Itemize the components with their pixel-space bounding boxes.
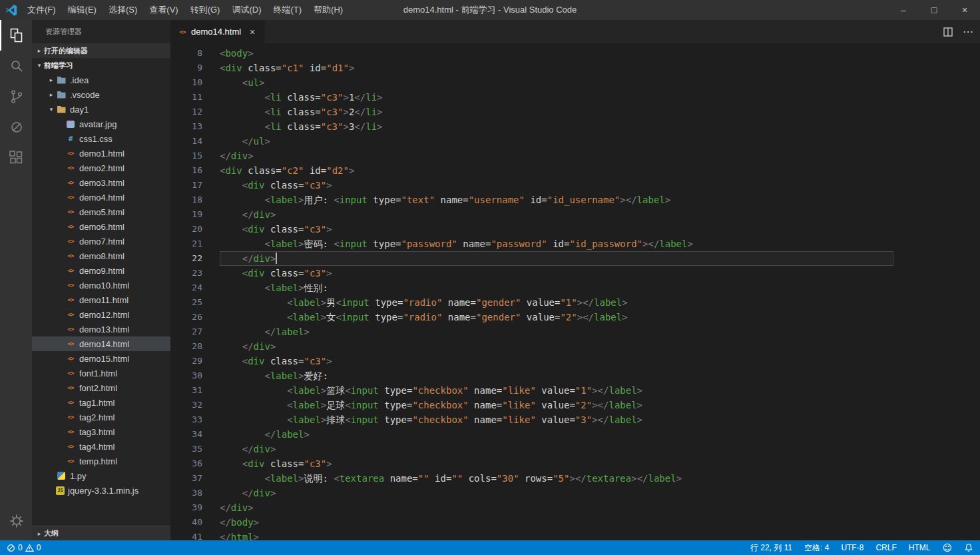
code-line-38[interactable]: 38 </div>: [170, 486, 893, 500]
feedback-smiley-icon[interactable]: ☺: [942, 542, 952, 553]
line-number[interactable]: 34: [170, 427, 220, 442]
code-line-28[interactable]: 28 </div>: [170, 339, 893, 354]
extensions-icon[interactable]: [0, 143, 32, 173]
line-number[interactable]: 33: [170, 412, 220, 427]
menu-item[interactable]: 帮助(H): [308, 0, 349, 20]
line-number[interactable]: 16: [170, 163, 220, 178]
file-item-demo14.html[interactable]: <>demo14.html: [32, 336, 170, 351]
folder-item-.vscode[interactable]: ▸.vscode: [32, 87, 170, 102]
file-item-font2.html[interactable]: <>font2.html: [32, 380, 170, 395]
code-line-25[interactable]: 25 <label>男<input type="radio" name="gen…: [170, 295, 893, 310]
encoding[interactable]: UTF-8: [841, 542, 863, 554]
overview-ruler[interactable]: [971, 43, 980, 540]
file-item-tag4.html[interactable]: <>tag4.html: [32, 439, 170, 454]
file-item-jquery-3.3.1.min.js[interactable]: JSjquery-3.3.1.min.js: [32, 483, 170, 498]
tab-close-icon[interactable]: ×: [246, 27, 258, 37]
file-item-css1.css[interactable]: #css1.css: [32, 131, 170, 146]
line-number[interactable]: 23: [170, 266, 220, 280]
file-item-demo12.html[interactable]: <>demo12.html: [32, 307, 170, 322]
line-number[interactable]: 14: [170, 134, 220, 149]
menu-item[interactable]: 编辑(E): [62, 0, 103, 20]
line-number[interactable]: 11: [170, 90, 220, 105]
more-actions-icon[interactable]: ⋯: [963, 25, 973, 38]
code-line-27[interactable]: 27 </label>: [170, 324, 893, 339]
line-text[interactable]: </label>: [220, 427, 893, 442]
line-text[interactable]: </html>: [220, 530, 893, 540]
menu-item[interactable]: 查看(V): [143, 0, 184, 20]
line-text[interactable]: <div class="c3">: [220, 456, 893, 471]
line-text[interactable]: </ul>: [220, 134, 893, 149]
line-number[interactable]: 12: [170, 105, 220, 119]
line-number[interactable]: 26: [170, 310, 220, 324]
line-number[interactable]: 15: [170, 149, 220, 163]
code-line-20[interactable]: 20 <div class="c3">: [170, 222, 893, 237]
code-line-37[interactable]: 37 <label>说明: <textarea name="" id="" co…: [170, 471, 893, 486]
line-text[interactable]: <label>性别:: [220, 280, 893, 295]
line-number[interactable]: 31: [170, 383, 220, 398]
line-text[interactable]: <label>爱好:: [220, 368, 893, 383]
line-text[interactable]: <div class="c3">: [220, 266, 893, 280]
search-icon[interactable]: [0, 51, 32, 81]
line-text[interactable]: </label>: [220, 324, 893, 339]
line-number[interactable]: 21: [170, 237, 220, 251]
menu-item[interactable]: 文件(F): [21, 0, 62, 20]
menu-item[interactable]: 转到(G): [184, 0, 226, 20]
file-item-demo10.html[interactable]: <>demo10.html: [32, 278, 170, 292]
line-text[interactable]: <label>男<input type="radio" name="gender…: [220, 295, 893, 310]
file-item-tag3.html[interactable]: <>tag3.html: [32, 424, 170, 439]
menu-item[interactable]: 终端(T): [267, 0, 308, 20]
line-text[interactable]: </div>: [220, 486, 893, 500]
folder-item-day1[interactable]: ▾day1: [32, 102, 170, 117]
problems-indicator[interactable]: 0 0: [7, 543, 41, 552]
line-text[interactable]: <li class="c3">3</li>: [220, 119, 893, 134]
line-text[interactable]: </div>: [220, 442, 893, 456]
open-editors-section-header[interactable]: ▸ 打开的编辑器: [32, 43, 170, 58]
line-text[interactable]: <div class="c2" id="d2">: [220, 163, 893, 178]
code-line-35[interactable]: 35 </div>: [170, 442, 893, 456]
code-line-10[interactable]: 10 <ul>: [170, 75, 893, 90]
code-line-41[interactable]: 41</html>: [170, 530, 893, 540]
code-line-40[interactable]: 40</body>: [170, 515, 893, 530]
line-text[interactable]: <label>说明: <textarea name="" id="" cols=…: [220, 471, 893, 486]
line-text[interactable]: <li class="c3">1</li>: [220, 90, 893, 105]
file-item-demo13.html[interactable]: <>demo13.html: [32, 322, 170, 336]
line-text[interactable]: <label>篮球<input type="checkbox" name="li…: [220, 383, 893, 398]
line-number[interactable]: 36: [170, 456, 220, 471]
code-line-34[interactable]: 34 </label>: [170, 427, 893, 442]
eol-sequence[interactable]: CRLF: [875, 542, 896, 554]
line-number[interactable]: 20: [170, 222, 220, 237]
file-item-demo7.html[interactable]: <>demo7.html: [32, 234, 170, 249]
code-line-14[interactable]: 14 </ul>: [170, 134, 893, 149]
line-number[interactable]: 22: [170, 251, 220, 266]
code-line-12[interactable]: 12 <li class="c3">2</li>: [170, 105, 893, 119]
settings-gear-icon[interactable]: [0, 506, 32, 536]
line-number[interactable]: 39: [170, 500, 220, 515]
line-text[interactable]: <label>足球<input type="checkbox" name="li…: [220, 398, 893, 412]
line-text[interactable]: <label>女<input type="radio" name="gender…: [220, 310, 893, 324]
minimap[interactable]: [900, 46, 969, 117]
file-item-tag2.html[interactable]: <>tag2.html: [32, 410, 170, 424]
line-text[interactable]: <label>密码: <input type="password" name="…: [220, 237, 893, 251]
line-number[interactable]: 38: [170, 486, 220, 500]
code-line-9[interactable]: 9<div class="c1" id="d1">: [170, 61, 893, 75]
code-line-39[interactable]: 39</div>: [170, 500, 893, 515]
line-text[interactable]: </div>: [220, 251, 893, 266]
line-text[interactable]: <ul>: [220, 75, 893, 90]
language-mode[interactable]: HTML: [909, 542, 931, 554]
code-line-22[interactable]: 22 </div>: [170, 251, 893, 266]
source-control-icon[interactable]: [0, 81, 32, 112]
code-editor[interactable]: 8<body>9<div class="c1" id="d1">10 <ul>1…: [170, 43, 980, 540]
code-line-21[interactable]: 21 <label>密码: <input type="password" nam…: [170, 237, 893, 251]
line-number[interactable]: 35: [170, 442, 220, 456]
file-item-demo9.html[interactable]: <>demo9.html: [32, 263, 170, 278]
outline-section-header[interactable]: ▸ 大纲: [32, 526, 170, 540]
maximize-button[interactable]: □: [919, 0, 949, 20]
line-number[interactable]: 32: [170, 398, 220, 412]
file-item-1.py[interactable]: 1.py: [32, 468, 170, 483]
file-item-demo2.html[interactable]: <>demo2.html: [32, 161, 170, 175]
line-text[interactable]: <label>排球<input type="checkbox" name="li…: [220, 412, 893, 427]
code-line-18[interactable]: 18 <label>用户: <input type="text" name="u…: [170, 193, 893, 207]
line-text[interactable]: <div class="c3">: [220, 222, 893, 237]
line-text[interactable]: <div class="c1" id="d1">: [220, 61, 893, 75]
code-line-33[interactable]: 33 <label>排球<input type="checkbox" name=…: [170, 412, 893, 427]
